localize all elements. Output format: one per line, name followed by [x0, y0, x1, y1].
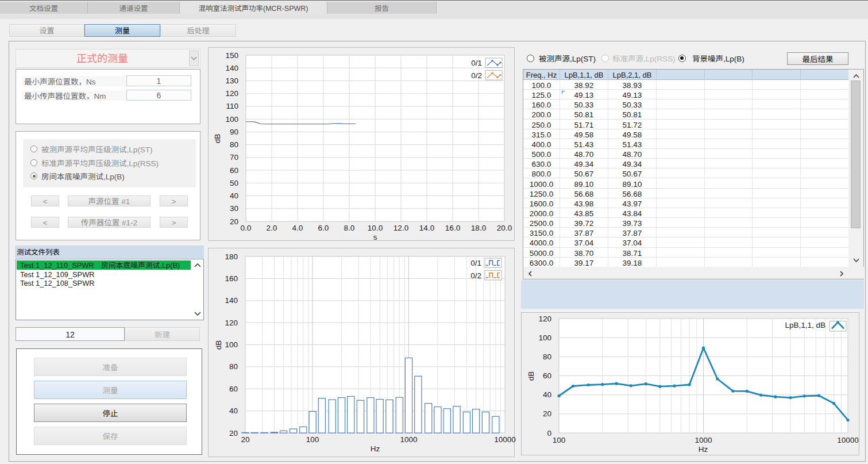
svg-text:40: 40: [543, 388, 551, 400]
svg-text:40: 40: [229, 404, 238, 416]
svg-text:30: 30: [230, 202, 238, 213]
svg-text:10000: 10000: [837, 434, 859, 445]
svg-text:Hz: Hz: [699, 443, 708, 454]
svg-text:50: 50: [230, 177, 238, 188]
svg-text:60: 60: [543, 369, 551, 381]
svg-text:130: 130: [225, 74, 238, 86]
svg-text:20.0: 20.0: [497, 221, 512, 233]
svg-text:20: 20: [241, 433, 249, 444]
svg-text:0/1: 0/1: [470, 256, 481, 268]
svg-text:80: 80: [229, 360, 238, 371]
svg-text:dB: dB: [211, 134, 222, 144]
svg-text:2.0: 2.0: [267, 221, 277, 233]
svg-text:100: 100: [538, 331, 551, 343]
svg-text:100: 100: [306, 433, 319, 444]
svg-text:100: 100: [225, 338, 238, 350]
svg-text:120: 120: [225, 316, 238, 328]
svg-text:Hz: Hz: [371, 442, 380, 454]
svg-text:70: 70: [230, 151, 238, 162]
svg-text:140: 140: [225, 62, 238, 73]
svg-text:LpB,1,1, dB: LpB,1,1, dB: [785, 319, 825, 330]
svg-text:80: 80: [543, 350, 551, 362]
svg-text:0/2: 0/2: [470, 269, 481, 281]
svg-text:140: 140: [225, 294, 238, 305]
svg-text:20: 20: [230, 215, 238, 227]
svg-text:0/1: 0/1: [471, 56, 482, 68]
svg-text:16.0: 16.0: [445, 221, 460, 233]
svg-text:20: 20: [229, 427, 238, 438]
svg-text:14.0: 14.0: [419, 221, 434, 233]
svg-text:100: 100: [553, 434, 566, 445]
svg-text:20: 20: [543, 407, 551, 419]
svg-text:60: 60: [230, 164, 238, 175]
svg-text:110: 110: [226, 99, 238, 111]
svg-text:40: 40: [230, 189, 238, 201]
svg-text:100: 100: [225, 113, 238, 124]
svg-text:18.0: 18.0: [471, 221, 486, 233]
svg-text:1000: 1000: [400, 433, 417, 444]
svg-text:120: 120: [225, 87, 238, 98]
svg-text:8.0: 8.0: [344, 221, 355, 233]
svg-text:0/2: 0/2: [471, 69, 482, 80]
svg-text:60: 60: [229, 382, 238, 394]
svg-text:dB: dB: [212, 340, 223, 350]
svg-text:120: 120: [538, 312, 551, 324]
svg-text:6.0: 6.0: [318, 221, 329, 233]
svg-text:dB: dB: [524, 371, 536, 381]
svg-text:180: 180: [225, 250, 238, 262]
svg-text:80: 80: [230, 138, 238, 149]
svg-text:150: 150: [225, 49, 238, 60]
svg-text:4.0: 4.0: [292, 221, 303, 233]
svg-text:160: 160: [225, 272, 238, 283]
svg-text:s: s: [373, 231, 377, 242]
svg-text:90: 90: [230, 125, 238, 137]
svg-text:10000: 10000: [494, 433, 516, 444]
svg-text:0.0: 0.0: [241, 221, 252, 233]
svg-text:0: 0: [547, 427, 551, 438]
svg-text:12.0: 12.0: [394, 221, 408, 233]
